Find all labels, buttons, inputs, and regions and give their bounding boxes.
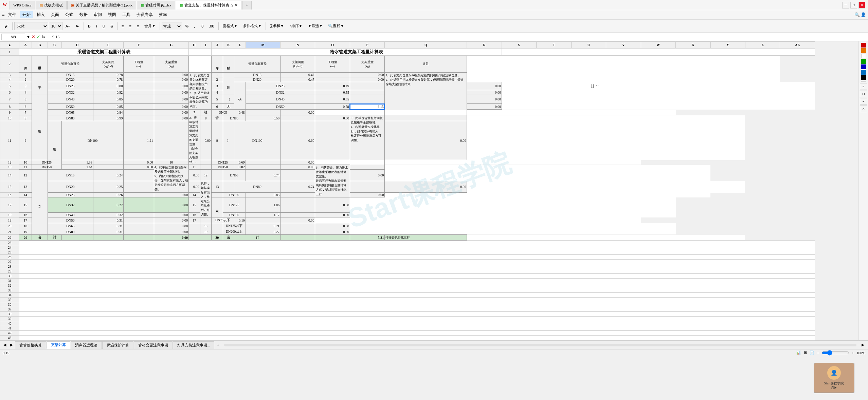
cell-12e[interactable]: 1.38: [61, 160, 93, 165]
cell-19a[interactable]: 17: [19, 217, 32, 223]
align-center-button[interactable]: ≡: [127, 21, 134, 31]
cell-16n[interactable]: 0.85: [246, 193, 280, 197]
tab-xls1[interactable]: ▦ 管经对照表.xlsx: [137, 1, 175, 9]
col-header-g[interactable]: G: [154, 42, 188, 49]
cell-7e[interactable]: 0.85: [93, 95, 123, 104]
format-painter-button[interactable]: 🖌: [2, 21, 11, 31]
cell-16k[interactable]: [212, 193, 223, 197]
cell-2lm[interactable]: 管道公称直径: [234, 56, 281, 73]
sort-button[interactable]: ↕排序▼: [287, 21, 305, 31]
cell-11o[interactable]: [315, 121, 350, 160]
cell-3n[interactable]: 0.47: [281, 73, 315, 77]
status-zoom-in-icon[interactable]: +: [852, 351, 854, 355]
cell-22b[interactable]: 合: [32, 235, 48, 241]
menu-icon-lines[interactable]: ≡: [2, 12, 5, 18]
cell-19e[interactable]: 0.31: [93, 217, 123, 223]
cell-9cd[interactable]: DN65: [48, 110, 93, 115]
col-header-r[interactable]: R: [467, 42, 502, 49]
cell-2g[interactable]: 支架重量(kg): [154, 56, 188, 73]
formula-confirm-icon[interactable]: ✓: [37, 34, 40, 40]
col-header-s[interactable]: S: [502, 42, 536, 49]
cell-19f[interactable]: [124, 217, 154, 223]
cell-11a[interactable]: 9: [19, 121, 32, 160]
sheet-nav-right[interactable]: ▶: [8, 342, 15, 348]
cell-5n[interactable]: 0.49: [315, 82, 350, 90]
cell-16a[interactable]: 14: [19, 193, 32, 197]
cell-10e[interactable]: 0.99: [93, 115, 123, 121]
cell-2o[interactable]: 工程量(m): [315, 56, 350, 73]
sheet-tab-pipe-notes[interactable]: 管材变更注意事项: [134, 341, 173, 349]
cell-16j[interactable]: 14: [189, 193, 200, 197]
cell-21cd[interactable]: DN80: [48, 229, 93, 235]
cell-6e[interactable]: 0.92: [93, 90, 123, 95]
col-header-o[interactable]: O: [315, 42, 350, 49]
col-header-aa[interactable]: AA: [780, 42, 815, 49]
tab-new[interactable]: +: [242, 1, 252, 9]
cell-13e[interactable]: 1.64: [61, 165, 93, 170]
cell-13p[interactable]: 0.00: [281, 165, 315, 170]
cell-17p[interactable]: 0.00: [315, 197, 350, 213]
cell-17g[interactable]: 0.00: [154, 197, 188, 213]
cell-16g[interactable]: 0.00: [154, 193, 188, 197]
cell-10o[interactable]: [281, 115, 315, 121]
cell-5o[interactable]: [350, 82, 384, 90]
font-name-select[interactable]: 宋体: [14, 22, 48, 30]
cell-15n[interactable]: 0.74: [281, 181, 315, 193]
cell-2b[interactable]: 用型: [32, 56, 48, 73]
cell-21a[interactable]: 19: [19, 229, 32, 235]
right-panel-btn2[interactable]: ⊡: [860, 91, 867, 97]
color-blue[interactable]: [861, 70, 866, 75]
cell-11cd[interactable]: DN100: [61, 121, 124, 160]
cell-9e[interactable]: 0.84: [93, 110, 123, 115]
cell-3b-merged[interactable]: 平: [32, 73, 48, 95]
cell-20lm[interactable]: DN125以下: [223, 223, 246, 229]
menu-data[interactable]: 数据: [77, 11, 90, 18]
status-mode-layout[interactable]: ⊞: [804, 350, 807, 355]
cell-2e[interactable]: 支架间距(kg/m²): [93, 56, 123, 73]
cell-4n[interactable]: 0.47: [281, 77, 315, 82]
cell-10k[interactable]: 管: [212, 115, 223, 121]
cell-18lm[interactable]: DN150: [223, 213, 246, 217]
cell-22a[interactable]: 20: [19, 235, 32, 241]
cell-17k-merged[interactable]: 雨水: [212, 197, 223, 217]
sheet-tab-bracket-calc[interactable]: 支架计算: [47, 341, 70, 349]
cell-20a[interactable]: 18: [19, 223, 32, 229]
cell-3lm[interactable]: DN15: [234, 73, 281, 77]
sheet-nav-left[interactable]: ◀: [1, 342, 8, 348]
cell-7p[interactable]: 0.00: [467, 95, 502, 104]
cell-9a[interactable]: 7: [19, 110, 32, 115]
cell-17o[interactable]: [281, 197, 315, 213]
cell-22g[interactable]: 0.00: [154, 235, 188, 241]
minimize-button[interactable]: ─: [842, 2, 849, 8]
cell-2a[interactable]: 序号: [19, 56, 32, 73]
col-header-i[interactable]: I: [200, 42, 212, 49]
menu-vip[interactable]: 会员专享: [134, 11, 156, 18]
right-panel-btn1[interactable]: ≡: [860, 83, 867, 90]
cell-20cd[interactable]: DN65: [48, 223, 93, 229]
align-left-button[interactable]: ≡: [119, 21, 126, 31]
col-header-k[interactable]: K: [223, 42, 234, 49]
sum-button[interactable]: ∑求和▼: [268, 21, 286, 31]
color-orange[interactable]: [861, 48, 866, 53]
cell-3f[interactable]: [124, 73, 154, 77]
cell-15g[interactable]: 0.00: [189, 181, 200, 193]
col-header-z[interactable]: Z: [745, 42, 780, 49]
cell-9g[interactable]: 0.00: [154, 110, 188, 115]
menu-page[interactable]: 页面: [48, 11, 62, 18]
cell-9lm[interactable]: DN65: [212, 110, 234, 115]
cell-7j[interactable]: 5: [212, 95, 223, 104]
conditional-format-button[interactable]: 条件格式▼: [240, 21, 264, 31]
cell-16o[interactable]: [281, 193, 315, 197]
cell-3o[interactable]: [315, 73, 350, 77]
cell-3p[interactable]: 0.00: [350, 73, 384, 77]
cell-6f[interactable]: [124, 90, 154, 95]
cell-8j[interactable]: 6: [212, 104, 223, 110]
cell-14a[interactable]: 12: [19, 170, 32, 181]
cell-22f[interactable]: [124, 235, 154, 241]
cell-7n[interactable]: 0.55: [315, 95, 350, 104]
cell-13f[interactable]: [93, 165, 123, 170]
cell-3k-merged[interactable]: 镀: [223, 73, 234, 95]
cell-15p[interactable]: 0.00: [385, 181, 467, 193]
status-mode-normal[interactable]: 📊: [796, 350, 801, 355]
status-zoom-out-icon[interactable]: −: [817, 351, 819, 355]
